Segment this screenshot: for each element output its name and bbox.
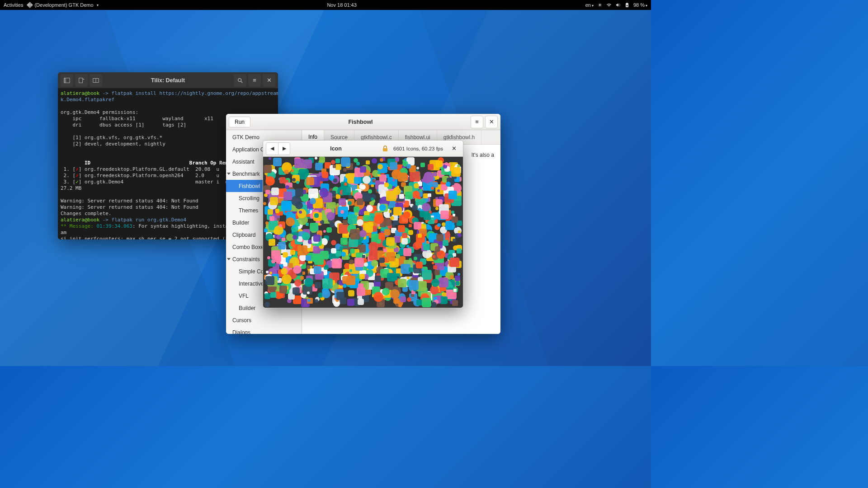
fish-icon [307, 265, 310, 269]
fish-icon [303, 160, 312, 169]
fish-icon [420, 163, 425, 167]
tilix-menu-button[interactable]: ≡ [248, 74, 261, 87]
fish-icon [408, 230, 413, 235]
fish-icon [360, 184, 366, 190]
expand-caret-icon [227, 173, 231, 175]
fish-icon [396, 304, 398, 306]
tilix-newtab-button[interactable] [75, 74, 88, 87]
fish-icon [433, 265, 437, 269]
fishbowl-titlebar[interactable]: ◀ ▶ Icon 6601 Icons, 60.23 fps ✕ [263, 141, 463, 157]
fish-icon [354, 258, 364, 267]
tilix-sidebar-button[interactable] [61, 74, 73, 87]
fish-icon [265, 176, 275, 186]
fish-icon [379, 204, 386, 211]
wifi-icon[interactable] [606, 2, 612, 8]
battery-percent[interactable]: 98 % [633, 2, 647, 8]
fish-icon [382, 288, 390, 296]
fish-icon [453, 239, 456, 242]
fish-icon [363, 215, 369, 221]
fish-icon [411, 294, 414, 297]
fish-close-button[interactable]: ✕ [448, 142, 460, 155]
svg-rect-1 [64, 78, 66, 83]
tilix-title: Tilix: Default [104, 77, 232, 84]
fish-icon [372, 158, 377, 164]
sidebar-item-label: Cursors [232, 317, 251, 324]
fish-icon [451, 211, 454, 214]
fish-icon [333, 165, 336, 168]
fish-icon [452, 300, 458, 306]
fish-icon [380, 158, 383, 162]
fish-icon [435, 246, 440, 252]
app-menu[interactable]: (Development) GTK Demo [28, 2, 98, 8]
fish-icon [412, 191, 420, 198]
fish-icon [335, 164, 341, 170]
fish-icon [277, 218, 280, 221]
fish-icon [366, 160, 370, 164]
fish-icon [445, 233, 450, 238]
sidebar-item-label: Constraints [232, 256, 260, 263]
tilix-search-button[interactable] [234, 74, 246, 87]
fish-icon [278, 242, 286, 249]
fish-icon [386, 191, 396, 201]
fish-icon [350, 229, 360, 239]
fish-icon [409, 224, 412, 227]
fish-icon [364, 263, 368, 267]
app-icon [27, 2, 33, 8]
sidebar-item-cursors[interactable]: Cursors [226, 314, 302, 326]
fish-icon [422, 270, 432, 280]
fish-icon [450, 275, 454, 279]
tilix-split-button[interactable] [90, 74, 102, 87]
fish-icon [424, 213, 431, 220]
fish-icon [297, 245, 307, 255]
fish-icon [343, 220, 348, 225]
tilix-titlebar[interactable]: Tilix: Default ≡ ✕ [58, 72, 278, 89]
brightness-icon[interactable]: ☀ [597, 2, 603, 8]
fish-icon [392, 262, 396, 266]
fish-icon [435, 207, 439, 210]
fish-icon [393, 207, 402, 216]
next-button[interactable]: ▶ [278, 143, 290, 155]
fish-icon [450, 258, 459, 267]
fish-icon [309, 190, 313, 194]
fish-icon [315, 157, 317, 160]
fish-icon [358, 299, 364, 305]
tilix-close-button[interactable]: ✕ [263, 74, 275, 87]
fish-icon [347, 299, 354, 306]
sidebar-item-label: Assistant [232, 159, 255, 165]
fish-icon [271, 188, 279, 195]
volume-icon[interactable] [615, 2, 621, 8]
close-button[interactable]: ✕ [485, 116, 498, 128]
fish-icon [310, 223, 318, 231]
fish-icon [296, 181, 299, 184]
gtkdemo-titlebar[interactable]: Run Fishbowl ≡ ✕ [226, 114, 500, 130]
fish-icon [422, 298, 431, 307]
fish-icon [348, 214, 358, 224]
fish-icon [340, 210, 344, 214]
expand-caret-icon [227, 258, 231, 260]
fish-icon [394, 236, 401, 243]
sidebar-item-label: Clipboard [232, 232, 255, 238]
fish-icon [269, 157, 271, 160]
fish-icon [399, 215, 408, 224]
run-button[interactable]: Run [229, 117, 250, 127]
fish-icon [290, 250, 295, 255]
fish-icon [283, 192, 292, 200]
fish-icon [419, 186, 422, 189]
fish-icon [269, 239, 275, 246]
hamburger-menu-button[interactable]: ≡ [471, 116, 483, 128]
sidebar-item-dialogs[interactable]: Dialogs [226, 326, 302, 334]
fish-icon [428, 193, 431, 197]
fish-icon [319, 157, 325, 163]
fish-icon [392, 179, 395, 182]
fish-title: Icon [292, 145, 380, 152]
fish-icon [412, 205, 418, 211]
prev-button[interactable]: ◀ [266, 143, 278, 155]
activities-button[interactable]: Activities [4, 2, 23, 8]
input-language[interactable]: en [585, 2, 594, 8]
fish-icon [383, 249, 387, 252]
fish-icon [405, 192, 413, 199]
fish-icon [300, 276, 304, 280]
clock[interactable]: Nov 18 01:43 [327, 2, 356, 8]
lock-icon[interactable] [382, 145, 389, 152]
fish-icon [343, 168, 347, 172]
